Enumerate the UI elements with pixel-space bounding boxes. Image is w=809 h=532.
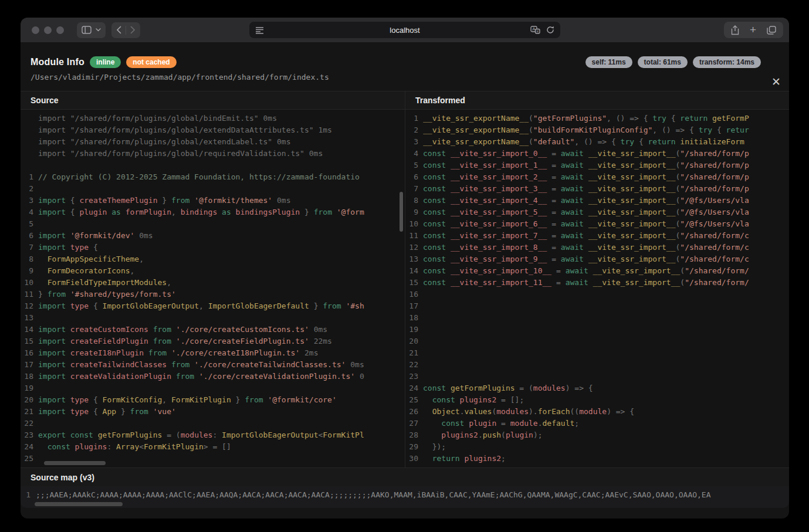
code-text: import type { App } from 'vue' (38, 406, 405, 418)
code-line: import "/shared/form/plugins/global/requ… (21, 148, 405, 160)
reload-icon[interactable] (546, 26, 554, 34)
code-line: 29 }); (405, 441, 789, 453)
code-text: FormDecoratorIcons, (38, 265, 405, 277)
line-number: 12 (21, 300, 38, 312)
code-text: import createI18nPlugin from './core/cre… (38, 347, 405, 359)
line-number: 14 (405, 265, 423, 277)
code-line: 4import { plugin as formPlugin, bindings… (21, 206, 405, 218)
code-text (423, 300, 789, 312)
timing-badge: transform: 14ms (693, 56, 761, 68)
line-number: 21 (405, 347, 423, 359)
code-text: const plugin = module.default; (423, 418, 789, 429)
code-text (38, 160, 405, 171)
new-tab-button[interactable]: + (750, 24, 756, 35)
code-text (38, 418, 405, 429)
line-number: 23 (405, 371, 423, 382)
line-number: 22 (21, 418, 38, 429)
line-number: 27 (405, 418, 423, 429)
code-text: const __vite_ssr_import_6__ = await __vi… (423, 218, 789, 230)
line-number (21, 124, 38, 136)
code-line: 28 plugins2.push(plugin); (405, 429, 789, 441)
line-number (21, 148, 38, 160)
line-number: 29 (405, 441, 423, 453)
url-text: localhost (249, 26, 560, 35)
zoom-window-button[interactable] (56, 26, 64, 34)
translate-icon[interactable]: Ax (530, 26, 540, 34)
nav-buttons (111, 22, 140, 38)
source-vertical-scrollbar[interactable] (400, 192, 403, 232)
line-number: 13 (21, 312, 38, 324)
close-icon[interactable]: ✕ (771, 76, 781, 87)
line-number: 20 (405, 336, 423, 347)
line-number (21, 113, 38, 124)
code-text (423, 347, 789, 359)
code-text: import '@formkit/dev' 0ms (38, 230, 405, 242)
source-code-panel[interactable]: import "/shared/form/plugins/global/bind… (21, 110, 405, 467)
code-line: 3__vite_ssr_exportName__("default", () =… (405, 136, 789, 148)
line-number: 11 (21, 289, 38, 300)
line-number: 12 (405, 242, 423, 253)
code-text: import "/shared/form/plugins/global/exte… (38, 124, 405, 136)
code-line: 1__vite_ssr_exportName__("getFormPlugins… (405, 113, 789, 124)
line-number: 14 (21, 324, 38, 336)
line-number: 1 (21, 489, 36, 501)
code-line: 8const __vite_ssr_import_4__ = await __v… (405, 195, 789, 206)
code-line: 10 FormFieldTypeImportModules, (21, 277, 405, 289)
toolbar-right-buttons: + (724, 22, 783, 38)
code-text: import { createThemePlugin } from '@form… (38, 195, 405, 206)
line-number: 7 (21, 242, 38, 253)
code-line: 16 (405, 289, 789, 300)
line-number: 18 (405, 312, 423, 324)
code-text: import "/shared/form/plugins/global/bind… (38, 113, 405, 124)
transformed-code-panel[interactable]: 1__vite_ssr_exportName__("getFormPlugins… (405, 110, 789, 467)
line-number: 18 (21, 371, 38, 382)
page-title: Module Info (31, 57, 84, 67)
line-number: 24 (405, 382, 423, 394)
line-number: 20 (21, 394, 38, 406)
sourcemap-horizontal-scrollbar[interactable] (35, 502, 123, 506)
panel-headers: Source Transformed (21, 91, 789, 110)
code-line: 8 FormAppSpecificTheme, (21, 253, 405, 265)
code-line: 7import type { (21, 242, 405, 253)
code-text: __vite_ssr_exportName__("default", () =>… (423, 136, 789, 148)
sidebar-toggle-button[interactable] (77, 22, 106, 38)
line-number: 2 (405, 124, 423, 136)
code-line: 17 (405, 300, 789, 312)
line-number: 5 (405, 160, 423, 171)
line-number: 16 (405, 289, 423, 300)
minimize-window-button[interactable] (44, 26, 52, 34)
code-text: plugins2.push(plugin); (423, 429, 789, 441)
nav-separator (126, 26, 126, 35)
sourcemap-panel[interactable]: 1 ;;;AAEA;AAAkC;AAAA;AAAA;AAAA;AAClC;AAE… (21, 486, 789, 508)
line-number: 19 (21, 382, 38, 394)
code-line: 11const __vite_ssr_import_7__ = await __… (405, 230, 789, 242)
code-line: 16import createI18nPlugin from './core/c… (21, 347, 405, 359)
line-number: 26 (405, 406, 423, 418)
code-line: 5const __vite_ssr_import_1__ = await __v… (405, 160, 789, 171)
code-line: 10const __vite_ssr_import_6__ = await __… (405, 218, 789, 230)
code-line: 7const __vite_ssr_import_3__ = await __v… (405, 183, 789, 195)
line-number: 25 (21, 453, 38, 465)
code-line: 5 (21, 218, 405, 230)
code-text: const __vite_ssr_import_9__ = await __vi… (423, 253, 789, 265)
code-text: const __vite_ssr_import_0__ = await __vi… (423, 148, 789, 160)
code-line: 19 (405, 324, 789, 336)
line-number: 13 (405, 253, 423, 265)
code-line: 12import type { ImportGlobEagerOutput, I… (21, 300, 405, 312)
code-line: 13 (21, 312, 405, 324)
source-horizontal-scrollbar[interactable] (44, 461, 106, 465)
code-line: 17import createTailwindClasses from './c… (21, 359, 405, 371)
code-text: import { plugin as formPlugin, bindings … (38, 206, 405, 218)
sourcemap-title: Source map (v3) (21, 467, 789, 486)
forward-button[interactable] (130, 26, 136, 34)
back-button[interactable] (116, 26, 121, 34)
line-number (21, 136, 38, 148)
window-controls[interactable] (32, 26, 64, 34)
share-icon[interactable] (731, 25, 739, 35)
address-bar[interactable]: localhost Ax (249, 22, 560, 38)
code-line: import "/shared/form/plugins/global/exte… (21, 136, 405, 148)
line-number: 22 (405, 359, 423, 371)
code-line: 19 (21, 382, 405, 394)
close-window-button[interactable] (32, 26, 39, 34)
tab-overview-icon[interactable] (767, 26, 776, 35)
